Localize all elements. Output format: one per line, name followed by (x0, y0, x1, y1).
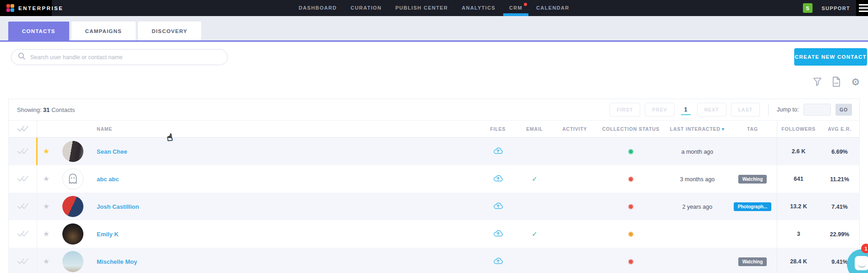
csv-export-icon[interactable]: csv (831, 76, 841, 87)
crm-notification-dot (524, 3, 527, 6)
jump-go-button[interactable]: GO (835, 104, 852, 116)
column-header-activity[interactable]: ACTIVITY (554, 126, 595, 132)
pagination-last-button[interactable]: LAST (731, 103, 760, 117)
support-link[interactable]: SUPPORT (822, 6, 850, 11)
upload-files-icon[interactable] (493, 256, 504, 267)
collection-status-dot (629, 232, 633, 236)
pagination-first-button[interactable]: FIRST (610, 103, 640, 117)
avatar[interactable] (62, 141, 83, 162)
contact-name-link[interactable]: abc abc (97, 176, 119, 183)
email-check-icon: ✓ (532, 230, 538, 238)
table-row[interactable]: ★ Josh Castillion 2 years ago Photograph… (9, 193, 859, 220)
upload-files-icon[interactable] (493, 146, 504, 156)
followers-value: 13.2 K (790, 203, 807, 210)
column-header-collection-status[interactable]: COLLECTION STATUS (595, 126, 666, 132)
select-all-checkbox[interactable] (9, 121, 37, 137)
pagination-next-button[interactable]: NEXT (697, 103, 726, 117)
pagination-current-page[interactable]: 1 (681, 104, 691, 115)
favorite-star-icon[interactable]: ★ (43, 203, 49, 210)
upload-files-icon[interactable] (493, 174, 504, 184)
upload-files-icon[interactable] (493, 229, 504, 239)
crm-tabbar: CONTACTS CAMPAIGNS DISCOVERY (0, 16, 868, 40)
column-header-files[interactable]: FILES (481, 126, 515, 132)
pagination-divider (768, 104, 769, 116)
filter-icon[interactable] (812, 76, 822, 87)
favorite-star-icon[interactable]: ★ (43, 230, 49, 238)
row-checkbox[interactable] (9, 248, 37, 273)
last-interacted-value: 3 months ago (680, 176, 715, 183)
followers-value: 3 (797, 231, 800, 237)
avg-er-value: 7.41% (831, 204, 847, 210)
settings-icon[interactable]: ⚙ (851, 76, 861, 87)
row-checkbox[interactable] (9, 165, 37, 193)
followers-value: 641 (794, 176, 803, 182)
table-row[interactable]: ★ Emily K ✓ 3 22.99% (9, 220, 859, 248)
nav-item-analytics[interactable]: ANALYTICS (461, 0, 495, 16)
pagination-prev-button[interactable]: PREV (645, 103, 675, 117)
last-interacted-label: LAST INTERACTED (670, 126, 720, 132)
jump-to-label: Jump to: (777, 106, 799, 113)
user-avatar[interactable]: S (803, 3, 813, 13)
contacts-unit: Contacts (51, 106, 75, 113)
table-row[interactable]: ★ Sean Chee a month ago 2.6 K 6.69% (9, 138, 859, 165)
favorite-star-icon[interactable]: ★ (43, 148, 49, 155)
jump-to-input[interactable] (803, 104, 831, 116)
tab-campaigns[interactable]: CAMPAIGNS (71, 22, 136, 40)
avatar-placeholder-ghost-icon[interactable] (62, 168, 83, 189)
column-header-avg-er[interactable]: AVG E.R. (820, 126, 859, 132)
collection-status-dot (629, 177, 633, 181)
active-tab-underline (0, 40, 868, 42)
contact-name-link[interactable]: Josh Castillion (97, 203, 139, 210)
pagination: FIRST PREV 1 NEXT LAST Jump to: GO (610, 103, 852, 117)
tag-badge[interactable]: Watching (738, 257, 767, 266)
table-row[interactable]: ★ abc abc ✓ 3 months ago Watching 641 11… (9, 165, 859, 193)
nav-item-crm-label: CRM (509, 5, 522, 11)
showing-label: Showing: (17, 106, 41, 113)
nav-item-publish-center[interactable]: PUBLISH CENTER (396, 0, 448, 16)
avatar[interactable] (62, 223, 83, 245)
avg-er-value: 11.21% (830, 176, 849, 183)
table-summary-row: Showing: 31 Contacts FIRST PREV 1 NEXT L… (9, 99, 859, 120)
nav-item-dashboard[interactable]: DASHBOARD (299, 0, 337, 16)
column-header-last-interacted[interactable]: LAST INTERACTED▾ (666, 126, 728, 132)
column-header-followers[interactable]: FOLLOWERS (777, 121, 820, 137)
contact-name-link[interactable]: Mischelle Moy (97, 258, 137, 265)
tab-discovery[interactable]: DISCOVERY (138, 22, 201, 40)
collection-status-dot (629, 150, 633, 154)
create-new-contact-button[interactable]: CREATE NEW CONTACT (794, 48, 867, 66)
tag-badge[interactable]: Photograph... (734, 202, 771, 211)
avg-er-value: 6.69% (831, 149, 847, 155)
search-icon (18, 52, 26, 62)
avatar[interactable] (62, 196, 83, 217)
table-row[interactable]: ★ Mischelle Moy Watching 28.4 K 9.41% (9, 248, 859, 273)
last-interacted-value: 2 years ago (682, 204, 712, 210)
tag-badge[interactable]: Watching (738, 175, 767, 184)
contact-name-link[interactable]: Sean Chee (97, 148, 127, 155)
column-header-email[interactable]: EMAIL (515, 126, 554, 132)
favorite-star-icon[interactable]: ★ (43, 258, 49, 265)
search-input[interactable] (30, 54, 227, 61)
avatar[interactable] (62, 251, 83, 272)
table-header: NAME FILES EMAIL ACTIVITY COLLECTION STA… (9, 120, 859, 138)
contact-search (11, 49, 228, 65)
nav-item-calendar[interactable]: CALENDAR (536, 0, 569, 16)
main-navigation: DASHBOARD CURATION PUBLISH CENTER ANALYT… (0, 0, 868, 16)
favorite-star-icon[interactable]: ★ (43, 175, 49, 183)
top-navbar: ENTERPRISE DASHBOARD CURATION PUBLISH CE… (0, 0, 868, 16)
chat-bubble-icon (855, 256, 868, 270)
tab-contacts[interactable]: CONTACTS (8, 22, 69, 40)
row-checkbox[interactable] (9, 220, 37, 248)
last-interacted-value: a month ago (681, 149, 714, 155)
nav-item-curation[interactable]: CURATION (351, 0, 382, 16)
column-header-name[interactable]: NAME (90, 126, 481, 132)
nav-item-crm[interactable]: CRM (509, 0, 522, 16)
sort-desc-icon: ▾ (722, 126, 725, 132)
column-header-tag[interactable]: TAG (728, 126, 777, 132)
row-checkbox[interactable] (9, 193, 37, 220)
upload-files-icon[interactable] (493, 201, 504, 212)
svg-text:csv: csv (834, 82, 839, 84)
avg-er-value: 22.99% (830, 231, 849, 238)
row-checkbox[interactable] (9, 138, 37, 165)
hamburger-menu-icon[interactable] (856, 0, 868, 16)
contact-name-link[interactable]: Emily K (97, 231, 119, 238)
